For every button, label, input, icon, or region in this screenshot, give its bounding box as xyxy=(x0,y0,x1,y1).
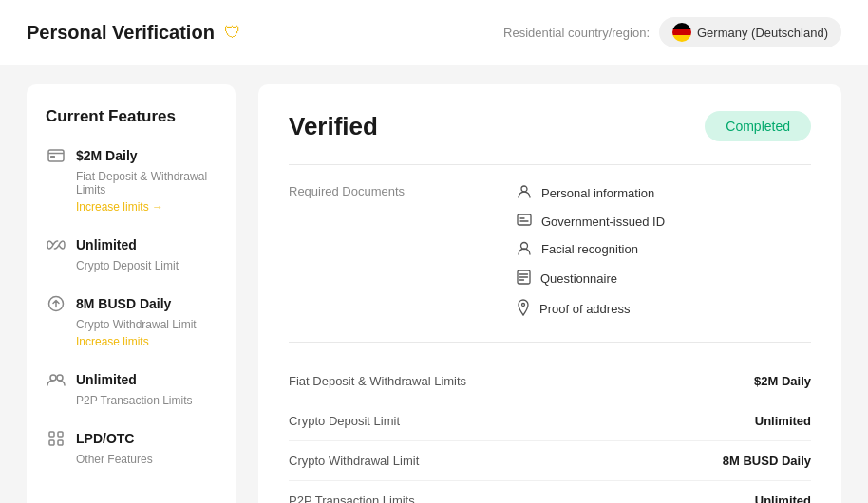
country-selector[interactable]: Germany (Deutschland) xyxy=(659,17,841,47)
svg-rect-6 xyxy=(49,432,54,437)
doc-label: Proof of address xyxy=(539,302,630,316)
doc-item: Facial recognition xyxy=(517,240,811,258)
country-name: Germany (Deutschland) xyxy=(697,26,828,40)
limit-label: Crypto Withdrawal Limit xyxy=(289,454,419,468)
crypto-withdraw-icon xyxy=(46,293,66,314)
feature-other-header: LPD/OTC xyxy=(46,428,217,449)
app-container: Personal Verification 🛡 Residential coun… xyxy=(0,0,868,503)
limit-row: Crypto Deposit LimitUnlimited xyxy=(289,401,811,441)
other-value: LPD/OTC xyxy=(76,431,134,446)
doc-item: Proof of address xyxy=(517,299,811,319)
verified-title: Verified xyxy=(289,112,378,141)
svg-rect-0 xyxy=(48,150,64,161)
shield-icon: 🛡 xyxy=(224,23,241,43)
verified-section: Verified Completed xyxy=(289,111,811,165)
crypto-deposit-value: Unlimited xyxy=(76,237,137,252)
doc-item: Government-issued ID xyxy=(517,214,811,229)
crypto-deposit-sub: Crypto Deposit Limit xyxy=(76,259,217,272)
docs-section: Required Documents Personal informationG… xyxy=(289,184,811,343)
main-content: Current Features $2M Daily Fiat Deposit … xyxy=(0,65,868,503)
p2p-value: Unlimited xyxy=(76,372,137,387)
feature-crypto-withdrawal: 8M BUSD Daily Crypto Withdrawal Limit In… xyxy=(46,293,217,348)
svg-point-19 xyxy=(522,304,525,307)
limit-label: Fiat Deposit & Withdrawal Limits xyxy=(289,374,466,388)
doc-label: Facial recognition xyxy=(541,242,638,256)
feature-p2p-header: Unlimited xyxy=(46,369,217,390)
infinity-icon xyxy=(46,234,66,255)
fiat-sub: Fiat Deposit & Withdrawal Limits xyxy=(76,170,217,196)
feature-fiat: $2M Daily Fiat Deposit & Withdrawal Limi… xyxy=(46,145,217,214)
header-left: Personal Verification 🛡 xyxy=(27,22,241,44)
limit-label: Crypto Deposit Limit xyxy=(289,414,400,428)
svg-rect-2 xyxy=(50,156,55,158)
limit-value: Unlimited xyxy=(755,414,811,428)
questionnaire-icon xyxy=(517,270,531,288)
country-region-label: Residential country/region: xyxy=(503,26,650,40)
svg-point-10 xyxy=(521,186,527,192)
doc-label: Personal information xyxy=(541,186,654,200)
address-icon xyxy=(517,299,530,319)
right-panel: Verified Completed Required Documents Pe… xyxy=(258,84,841,503)
header: Personal Verification 🛡 Residential coun… xyxy=(0,0,868,65)
doc-label: Government-issued ID xyxy=(541,214,665,229)
other-features-icon xyxy=(46,428,66,449)
sidebar: Current Features $2M Daily Fiat Deposit … xyxy=(27,84,236,503)
limit-row: P2P Transaction LimitsUnlimited xyxy=(289,481,811,503)
limit-value: 8M BUSD Daily xyxy=(723,454,811,468)
id-card-icon xyxy=(517,214,532,229)
doc-item: Questionnaire xyxy=(517,270,811,288)
limit-row: Fiat Deposit & Withdrawal Limits$2M Dail… xyxy=(289,362,811,401)
feature-crypto-withdrawal-header: 8M BUSD Daily xyxy=(46,293,217,314)
docs-list: Personal informationGovernment-issued ID… xyxy=(517,184,811,319)
feature-p2p: Unlimited P2P Transaction Limits xyxy=(46,369,217,407)
svg-rect-11 xyxy=(518,214,531,225)
doc-item: Personal information xyxy=(517,184,811,202)
card-icon xyxy=(46,145,66,166)
svg-rect-9 xyxy=(58,440,63,445)
crypto-withdrawal-value: 8M BUSD Daily xyxy=(76,296,171,311)
crypto-withdrawal-sub: Crypto Withdrawal Limit xyxy=(76,318,217,331)
sidebar-title: Current Features xyxy=(46,107,217,126)
limits-section: Fiat Deposit & Withdrawal Limits$2M Dail… xyxy=(289,362,811,503)
feature-other: LPD/OTC Other Features xyxy=(46,428,217,466)
limit-row: Crypto Withdrawal Limit8M BUSD Daily xyxy=(289,441,811,481)
limit-value: $2M Daily xyxy=(754,374,811,388)
other-sub: Other Features xyxy=(76,453,217,466)
feature-fiat-header: $2M Daily xyxy=(46,145,217,166)
feature-crypto-deposit: Unlimited Crypto Deposit Limit xyxy=(46,234,217,272)
svg-point-4 xyxy=(50,375,56,381)
svg-rect-8 xyxy=(49,440,54,445)
person-icon xyxy=(517,184,532,202)
page-title: Personal Verification xyxy=(27,22,215,44)
increase-limits-link-fiat[interactable]: Increase limits → xyxy=(76,200,163,214)
fiat-value: $2M Daily xyxy=(76,148,138,163)
completed-badge: Completed xyxy=(705,111,811,141)
docs-label: Required Documents xyxy=(289,184,517,319)
germany-flag-icon xyxy=(672,23,691,42)
header-right: Residential country/region: Germany (Deu… xyxy=(503,17,841,47)
svg-point-5 xyxy=(57,375,63,381)
p2p-icon xyxy=(46,369,66,390)
svg-rect-7 xyxy=(58,432,63,437)
doc-label: Questionnaire xyxy=(540,271,617,286)
feature-crypto-deposit-header: Unlimited xyxy=(46,234,217,255)
limit-value: Unlimited xyxy=(755,494,811,503)
p2p-sub: P2P Transaction Limits xyxy=(76,394,217,407)
increase-limits-link-crypto[interactable]: Increase limits xyxy=(76,335,149,348)
limit-label: P2P Transaction Limits xyxy=(289,494,415,503)
face-icon xyxy=(517,240,532,258)
